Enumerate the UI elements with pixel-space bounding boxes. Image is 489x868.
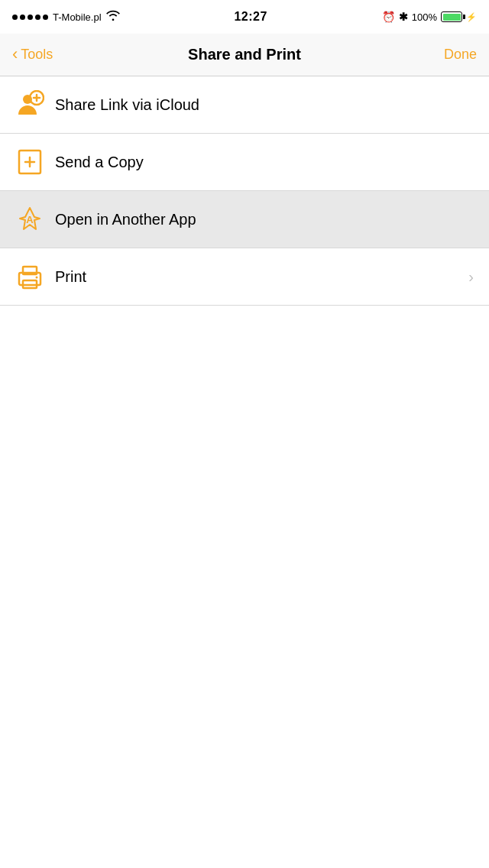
status-time: 12:27 <box>234 10 267 24</box>
share-link-icon <box>15 90 55 119</box>
nav-bar: ‹ Tools Share and Print Done <box>0 34 489 76</box>
page-title: Share and Print <box>188 46 301 63</box>
list-item-open-in-app[interactable]: A Open in Another App <box>0 191 489 248</box>
back-button[interactable]: ‹ Tools <box>12 47 53 63</box>
share-list: Share Link via iCloud Send a Copy A Open… <box>0 76 489 306</box>
back-chevron-icon: ‹ <box>12 46 18 63</box>
bluetooth-icon: ✱ <box>399 11 408 23</box>
status-left: T-Mobile.pl <box>12 10 120 24</box>
status-right: ⏰ ✱ 100% ⚡ <box>382 11 477 23</box>
send-copy-icon <box>15 147 55 177</box>
svg-text:A: A <box>26 214 34 225</box>
carrier-label: T-Mobile.pl <box>53 11 102 23</box>
send-copy-label: Send a Copy <box>55 154 144 171</box>
list-item-send-copy[interactable]: Send a Copy <box>0 134 489 191</box>
battery-icon <box>441 11 462 22</box>
svg-point-11 <box>36 277 38 279</box>
signal-dots <box>12 15 48 20</box>
charging-icon: ⚡ <box>466 12 477 22</box>
open-in-app-label: Open in Another App <box>55 211 196 228</box>
print-label: Print <box>55 268 86 286</box>
print-icon <box>15 262 55 291</box>
status-bar: T-Mobile.pl 12:27 ⏰ ✱ 100% ⚡ <box>0 0 489 34</box>
done-button[interactable]: Done <box>444 47 477 63</box>
share-link-label: Share Link via iCloud <box>55 96 199 114</box>
alarm-icon: ⏰ <box>382 11 395 23</box>
battery-percent: 100% <box>412 11 437 23</box>
list-item-print[interactable]: Print › <box>0 248 489 306</box>
print-chevron-icon: › <box>468 268 474 286</box>
wifi-icon <box>106 10 120 24</box>
list-item-share-link[interactable]: Share Link via iCloud <box>0 76 489 134</box>
open-in-app-icon: A <box>15 205 55 234</box>
back-label: Tools <box>21 47 53 63</box>
